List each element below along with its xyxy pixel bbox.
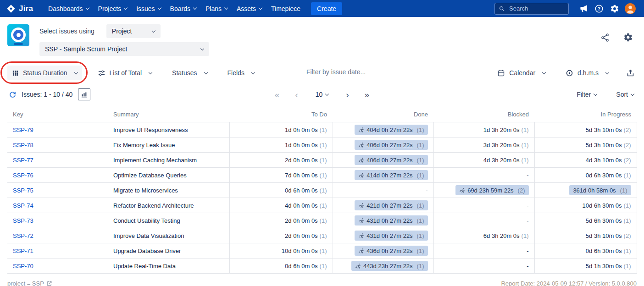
- user-avatar[interactable]: [623, 1, 638, 16]
- duration-value: 4d 0h 0m 0s(1): [285, 202, 327, 209]
- chevron-down-icon: [605, 70, 609, 74]
- runner-icon: [459, 187, 465, 193]
- issue-count: (1): [320, 157, 327, 164]
- nav-timepiece[interactable]: Timepiece: [267, 2, 305, 15]
- duration-text: 2d 0h 0m 0s: [285, 217, 318, 224]
- next-page-button[interactable]: ›: [344, 89, 350, 100]
- duration-text: 0d 6h 0m 0s: [285, 263, 318, 270]
- issue-key-link[interactable]: SSP-77: [13, 157, 33, 164]
- duration-text: 406d 0h 27m 22s: [366, 142, 412, 148]
- report-settings-button[interactable]: [622, 31, 635, 44]
- issue-key-link[interactable]: SSP-79: [13, 126, 33, 133]
- table-row: SSP-70 Update Real-Time Data 0d 6h 0m 0s…: [7, 258, 637, 274]
- issue-key-link[interactable]: SSP-78: [13, 142, 33, 148]
- calendar-label: Calendar: [509, 69, 535, 77]
- issue-key-link[interactable]: SSP-76: [13, 172, 33, 179]
- duration-cell-done: 431d 0h 27m 22s(1): [333, 213, 433, 228]
- column-header-blocked[interactable]: Blocked: [433, 107, 534, 122]
- project-select[interactable]: SSP - Sample Scrum Project: [39, 42, 209, 56]
- first-page-button[interactable]: «: [273, 89, 282, 100]
- nav-boards[interactable]: Boards: [166, 2, 200, 15]
- nav-search[interactable]: [494, 3, 569, 15]
- bar-chart-icon: [81, 91, 88, 98]
- chevron-down-icon: [204, 70, 207, 74]
- duration-cell-todo: 2d 0h 0m 0s(1): [229, 153, 333, 168]
- issue-count: (1): [522, 232, 529, 239]
- column-header-done[interactable]: Done: [333, 107, 433, 122]
- fields-select[interactable]: Fields: [223, 66, 259, 80]
- issue-summary: Migrate to Microservices: [108, 183, 229, 198]
- scope-value: Project: [112, 28, 132, 35]
- duration-cell-done: 431d 0h 27m 22s(1): [333, 228, 433, 243]
- toolbar-right-group: Calendar d.h.m.s: [493, 62, 637, 83]
- duration-text: 436d 0h 27m 22s: [366, 248, 412, 254]
- issue-key-link[interactable]: SSP-75: [13, 187, 33, 194]
- scope-select[interactable]: Project: [106, 24, 161, 38]
- filter-label: Filter: [577, 91, 591, 98]
- page-size-select[interactable]: 10: [312, 88, 333, 101]
- duration-pill: 406d 0h 27m 22s(1): [355, 140, 427, 150]
- statuses-select[interactable]: Statuses: [167, 66, 211, 80]
- nav-dashboards[interactable]: Dashboards: [44, 2, 93, 15]
- issue-key-link[interactable]: SSP-72: [13, 232, 33, 239]
- jira-home-link[interactable]: Jira: [6, 4, 33, 13]
- search-input[interactable]: [508, 5, 565, 12]
- table-row: SSP-74 Refactor Backend Architecture 4d …: [7, 198, 637, 213]
- duration-cell-todo: 2d 0h 0m 0s(1): [229, 213, 333, 228]
- duration-cell-inprogress: 10d 6h 30m 0s(1): [534, 198, 637, 213]
- share-button[interactable]: [599, 31, 611, 44]
- page-size-value: 10: [316, 91, 323, 98]
- duration-text: 5d 1h 30m 0s: [586, 263, 622, 270]
- empty-duration: -: [527, 172, 528, 179]
- view-mode-select[interactable]: List of Total: [93, 66, 157, 81]
- table-header-row: Key Summary To Do Done Blocked In Progre…: [7, 107, 637, 122]
- external-link-icon[interactable]: [46, 280, 52, 286]
- refresh-button[interactable]: [7, 89, 18, 100]
- column-header-inprogress[interactable]: In Progress: [534, 107, 637, 122]
- chevron-down-icon: [542, 70, 546, 74]
- fields-label: Fields: [228, 69, 244, 77]
- issue-key-link[interactable]: SSP-71: [13, 248, 33, 254]
- duration-cell-inprogress: 5d 3h 10m 0s(2): [534, 138, 637, 153]
- help-button[interactable]: ?: [592, 1, 606, 16]
- sort-menu-button[interactable]: Sort: [613, 90, 637, 99]
- issue-count: (1): [417, 157, 424, 164]
- duration-pill: 404d 0h 27m 22s(1): [355, 125, 427, 135]
- nav-plans[interactable]: Plans: [201, 2, 232, 15]
- column-header-todo[interactable]: To Do: [229, 107, 333, 122]
- runner-icon: [358, 127, 364, 133]
- issue-count: (1): [417, 172, 424, 179]
- issue-summary: Improve UI Responsiveness: [108, 122, 229, 138]
- last-page-button[interactable]: »: [363, 89, 372, 100]
- column-header-summary[interactable]: Summary: [108, 107, 229, 122]
- empty-duration: -: [426, 187, 427, 194]
- issue-summary: Implement Caching Mechanism: [108, 153, 229, 168]
- announcements-button[interactable]: [576, 1, 591, 16]
- duration-text: 2d 0h 0m 0s: [285, 232, 318, 239]
- nav-issues[interactable]: Issues: [132, 2, 165, 15]
- issue-key-link[interactable]: SSP-73: [13, 217, 33, 224]
- calendar-select[interactable]: Calendar: [493, 66, 550, 81]
- issues-table-head: Key Summary To Do Done Blocked In Progre…: [7, 107, 637, 122]
- issue-key-link[interactable]: SSP-74: [13, 202, 33, 209]
- time-format-select[interactable]: d.h.m.s: [561, 66, 613, 81]
- export-button[interactable]: [624, 67, 637, 79]
- chart-view-button[interactable]: [78, 88, 90, 100]
- calendar-icon: [497, 69, 505, 77]
- nav-item-label: Boards: [170, 5, 190, 12]
- report-type-select[interactable]: Status Duration: [7, 66, 82, 80]
- toolbar-left-group: Status Duration List of Total Statuses F…: [7, 66, 259, 81]
- filter-menu-button[interactable]: Filter: [574, 90, 600, 99]
- issue-key-link[interactable]: SSP-70: [13, 263, 33, 270]
- table-row: SSP-78 Fix Memory Leak Issue 1d 0h 0m 0s…: [7, 138, 637, 153]
- duration-text: 0d 6h 0m 0s: [285, 187, 318, 194]
- column-header-key[interactable]: Key: [7, 107, 108, 122]
- create-button[interactable]: Create: [311, 2, 342, 15]
- nav-projects[interactable]: Projects: [94, 2, 132, 15]
- previous-page-button[interactable]: ‹: [293, 89, 300, 100]
- duration-text: 5d 3h 10m 0s: [586, 232, 622, 239]
- settings-button[interactable]: [607, 1, 622, 16]
- top-navigation: Jira Dashboards Projects Issues Boards P…: [0, 0, 644, 17]
- nav-assets[interactable]: Assets: [233, 2, 266, 15]
- issue-date-filter-input[interactable]: [305, 68, 411, 76]
